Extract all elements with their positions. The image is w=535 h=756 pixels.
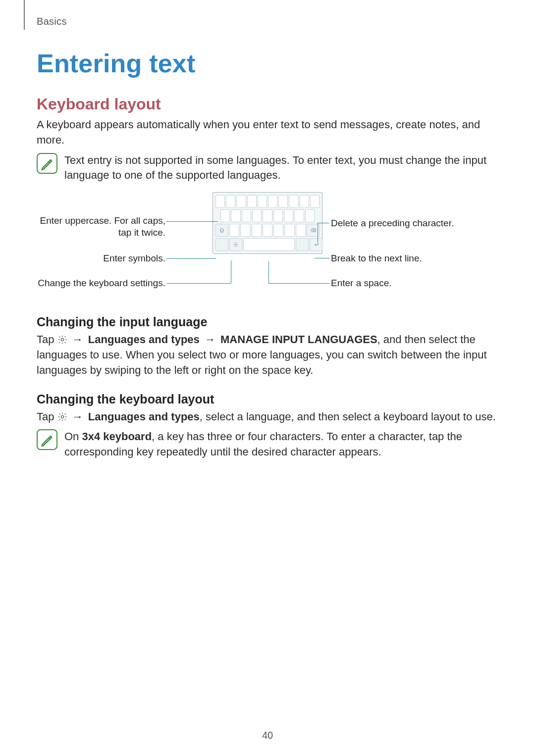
note-block-2: On 3x4 keyboard, a key has three or four… [37, 429, 498, 460]
text: On [64, 430, 82, 443]
shift-key [215, 224, 228, 237]
arrow-icon: → [70, 333, 85, 346]
callout-settings: Change the keyboard settings. [37, 277, 165, 289]
page-number: 40 [0, 730, 535, 741]
note-block-1: Text entry is not supported in some lang… [37, 153, 498, 184]
paragraph-changing-input-language: Tap → Languages and types → MANAGE INPUT… [37, 332, 498, 378]
leader-line [318, 223, 329, 223]
symbols-key [215, 238, 228, 251]
callout-space: Enter a space. [331, 277, 392, 289]
text: Tap [37, 410, 57, 423]
leader-line [268, 261, 269, 283]
header-rule [24, 0, 25, 30]
section-label: Basics [37, 16, 67, 27]
text: Tap [37, 333, 57, 346]
leader-line [231, 260, 231, 283]
text-bold: 3x4 keyboard [82, 430, 152, 443]
keyboard-illustration [213, 192, 322, 254]
note-icon [37, 153, 57, 174]
svg-point-0 [235, 244, 237, 246]
intro-paragraph: A keyboard appears automatically when yo… [37, 117, 498, 148]
callout-symbols: Enter symbols. [37, 252, 165, 264]
leader-line [166, 258, 216, 259]
settings-key [229, 238, 242, 251]
svg-point-2 [61, 415, 63, 418]
text-bold: MANAGE INPUT LANGUAGES [220, 333, 377, 346]
leader-line [318, 223, 318, 243]
note-text-2: On 3x4 keyboard, a key has three or four… [64, 429, 498, 460]
callout-nextline: Break to the next line. [331, 252, 422, 264]
callout-uppercase: Enter uppercase. For all caps, tap it tw… [37, 215, 165, 239]
text: , select a language, and then select a k… [200, 410, 496, 423]
note-icon [37, 429, 57, 450]
keyboard-figure: Enter uppercase. For all caps, tap it tw… [37, 192, 498, 301]
leader-line [166, 221, 218, 222]
leader-line [315, 258, 329, 258]
paragraph-changing-keyboard-layout: Tap → Languages and types, select a lang… [37, 409, 498, 425]
text-bold: Languages and types [88, 333, 200, 346]
page-title: Entering text [37, 14, 498, 78]
text-bold: Languages and types [88, 410, 200, 423]
leader-line [268, 283, 329, 284]
arrow-icon: → [70, 410, 85, 423]
arrow-icon: → [203, 333, 217, 346]
heading-changing-input-language: Changing the input language [37, 315, 498, 329]
space-key [243, 238, 295, 251]
heading-changing-keyboard-layout: Changing the keyboard layout [37, 392, 498, 406]
leader-line [166, 283, 231, 284]
callout-delete: Delete a preceding character. [331, 217, 454, 229]
gear-icon [57, 411, 67, 421]
gear-icon [57, 334, 67, 344]
enter-key [310, 238, 322, 251]
section-heading-keyboard-layout: Keyboard layout [37, 95, 498, 113]
svg-point-1 [61, 339, 63, 341]
note-text-1: Text entry is not supported in some lang… [64, 153, 498, 184]
